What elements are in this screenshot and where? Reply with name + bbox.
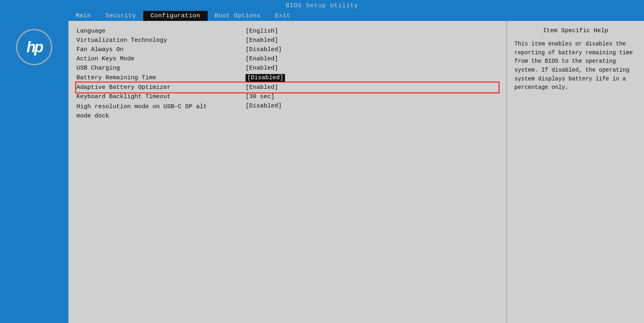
setting-row-keyboard-backlight[interactable]: Keyboard Backlight Timeout [30 sec] bbox=[76, 92, 498, 101]
hp-logo: hp bbox=[16, 29, 52, 65]
setting-name-usb-charging: USB Charging bbox=[76, 65, 246, 72]
setting-name-high-res: High resolution mode on USB-C DP altmode… bbox=[76, 103, 246, 121]
hp-logo-text: hp bbox=[27, 39, 42, 56]
setting-row-battery-remaining[interactable]: Battery Remaining Time [Disabled] bbox=[76, 73, 498, 83]
setting-name-action-keys: Action Keys Mode bbox=[76, 56, 246, 62]
setting-value-usb-charging: [Enabled] bbox=[246, 65, 278, 72]
help-title: Item Specific Help bbox=[514, 27, 637, 34]
setting-value-battery-remaining: [Disabled] bbox=[246, 74, 285, 82]
menu-item-boot-options[interactable]: Boot Options bbox=[208, 11, 268, 21]
menu-bar: Main Security Configuration Boot Options… bbox=[0, 11, 644, 21]
help-panel: Item Specific Help This item enables or … bbox=[507, 21, 644, 323]
title-text: BIOS Setup Utility bbox=[286, 2, 358, 9]
help-text: This item enables or disables the report… bbox=[514, 40, 637, 92]
setting-name-fan: Fan Always On bbox=[76, 46, 246, 53]
setting-name-keyboard-backlight: Keyboard Backlight Timeout bbox=[76, 93, 246, 100]
setting-name-adaptive-battery: Adaptive Battery Optimizer bbox=[76, 84, 246, 91]
menu-item-main[interactable]: Main bbox=[68, 11, 98, 21]
setting-value-action-keys: [Enabled] bbox=[246, 56, 278, 62]
menu-item-exit[interactable]: Exit bbox=[268, 11, 298, 21]
setting-value-adaptive-battery: [Enabled] bbox=[246, 84, 278, 91]
menu-item-security[interactable]: Security bbox=[98, 11, 143, 21]
setting-name-battery-remaining: Battery Remaining Time bbox=[76, 74, 246, 81]
setting-row-adaptive-battery[interactable]: Adaptive Battery Optimizer [Enabled] bbox=[76, 83, 498, 92]
main-panel: Language [English] Virtualization Techno… bbox=[68, 21, 507, 323]
setting-value-high-res: [Disabled] bbox=[246, 103, 282, 109]
sidebar: hp bbox=[0, 21, 68, 323]
main-layout: hp Language [English] Virtualization Tec… bbox=[0, 21, 644, 323]
setting-row-virtualization[interactable]: Virtualization Technology [Enabled] bbox=[76, 36, 498, 45]
setting-row-action-keys[interactable]: Action Keys Mode [Enabled] bbox=[76, 54, 498, 64]
setting-name-language: Language bbox=[76, 28, 246, 35]
setting-value-language: [English] bbox=[246, 28, 278, 35]
setting-value-fan: [Disabled] bbox=[246, 46, 282, 53]
setting-value-keyboard-backlight: [30 sec] bbox=[246, 93, 275, 100]
setting-row-fan[interactable]: Fan Always On [Disabled] bbox=[76, 45, 498, 54]
menu-item-configuration[interactable]: Configuration bbox=[143, 11, 208, 21]
content-area: Language [English] Virtualization Techno… bbox=[68, 21, 644, 323]
setting-row-high-res[interactable]: High resolution mode on USB-C DP altmode… bbox=[76, 101, 498, 122]
setting-row-usb-charging[interactable]: USB Charging [Enabled] bbox=[76, 64, 498, 73]
setting-value-virtualization: [Enabled] bbox=[246, 37, 278, 44]
settings-table: Language [English] Virtualization Techno… bbox=[76, 27, 498, 122]
setting-name-virtualization: Virtualization Technology bbox=[76, 37, 246, 44]
setting-row-language[interactable]: Language [English] bbox=[76, 27, 498, 36]
bios-title: BIOS Setup Utility bbox=[0, 0, 644, 11]
